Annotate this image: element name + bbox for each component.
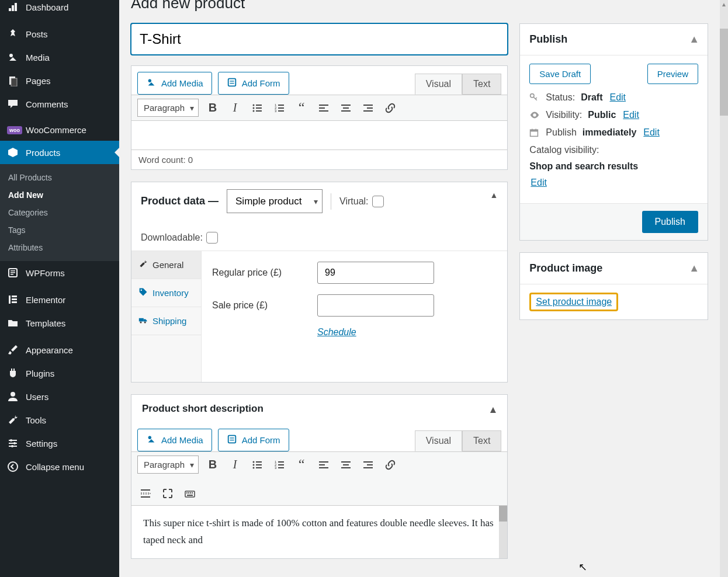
downloadable-label: Downloadable: bbox=[141, 232, 218, 244]
svg-rect-57 bbox=[256, 467, 262, 468]
sidebar-item-media[interactable]: Media bbox=[0, 46, 119, 69]
submenu-attributes[interactable]: Attributes bbox=[0, 239, 119, 256]
italic-button[interactable]: I bbox=[227, 100, 243, 116]
link-button[interactable] bbox=[382, 100, 398, 116]
svg-rect-74 bbox=[141, 493, 150, 494]
add-form-button[interactable]: Add Form bbox=[218, 72, 289, 95]
bold-button[interactable]: B bbox=[204, 100, 221, 116]
numbered-list-button[interactable]: 123 bbox=[271, 457, 287, 473]
submenu-categories[interactable]: Categories bbox=[0, 204, 119, 221]
svg-rect-49 bbox=[228, 436, 235, 443]
add-form-button-2[interactable]: Add Form bbox=[218, 429, 289, 451]
tag-icon bbox=[138, 287, 148, 298]
sale-price-input[interactable] bbox=[317, 294, 434, 317]
svg-rect-76 bbox=[185, 491, 195, 497]
product-type-select[interactable]: Simple product bbox=[227, 189, 323, 213]
virtual-label: Virtual: bbox=[339, 196, 384, 207]
svg-point-25 bbox=[253, 107, 255, 109]
sidebar-item-collapse[interactable]: Collapse menu bbox=[0, 455, 119, 478]
align-left-button[interactable] bbox=[316, 457, 332, 473]
sidebar-item-products[interactable]: Products bbox=[0, 141, 119, 164]
product-title-input[interactable] bbox=[131, 23, 508, 55]
sidebar-item-comments[interactable]: Comments bbox=[0, 92, 119, 116]
add-media-button-2[interactable]: Add Media bbox=[137, 429, 212, 451]
sidebar-item-dashboard[interactable]: Dashboard bbox=[0, 0, 119, 19]
editor-scrollbar[interactable] bbox=[499, 506, 507, 558]
align-right-button[interactable] bbox=[360, 457, 376, 473]
fullscreen-button[interactable] bbox=[160, 485, 176, 502]
svg-point-11 bbox=[11, 392, 15, 397]
edit-catalog-link[interactable]: Edit bbox=[531, 178, 698, 188]
page-scrollbar[interactable]: ▲ bbox=[720, 0, 728, 577]
tab-visual-2[interactable]: Visual bbox=[415, 430, 462, 451]
readmore-button[interactable] bbox=[137, 485, 154, 502]
tab-visual[interactable]: Visual bbox=[415, 74, 462, 95]
virtual-checkbox[interactable] bbox=[372, 196, 384, 207]
svg-point-82 bbox=[531, 94, 534, 98]
admin-sidebar: Dashboard Posts Media Pages Comments woo… bbox=[0, 0, 119, 577]
format-select-2[interactable]: Paragraph bbox=[137, 456, 199, 474]
sidebar-item-woocommerce[interactable]: woo WooCommerce bbox=[0, 119, 119, 141]
set-product-image-link[interactable]: Set product image bbox=[536, 297, 612, 307]
svg-rect-9 bbox=[12, 298, 17, 300]
svg-point-16 bbox=[13, 442, 16, 444]
main-editor-box: Add Media Add Form Visual Text Paragraph… bbox=[131, 65, 508, 170]
align-left-button[interactable] bbox=[316, 100, 332, 116]
pd-tab-general[interactable]: General bbox=[131, 251, 201, 279]
downloadable-checkbox[interactable] bbox=[206, 232, 218, 244]
sidebar-item-templates[interactable]: Templates bbox=[0, 311, 119, 335]
submenu-tags[interactable]: Tags bbox=[0, 221, 119, 239]
bullet-list-button[interactable] bbox=[249, 457, 265, 473]
sidebar-item-plugins[interactable]: Plugins bbox=[0, 362, 119, 385]
sidebar-item-elementor[interactable]: Elementor bbox=[0, 288, 119, 311]
edit-visibility-link[interactable]: Edit bbox=[623, 110, 639, 120]
tab-text[interactable]: Text bbox=[462, 74, 501, 95]
sidebar-item-tools[interactable]: Tools bbox=[0, 408, 119, 432]
set-product-image-highlight: Set product image bbox=[529, 293, 618, 311]
pd-tab-shipping[interactable]: Shipping bbox=[131, 307, 201, 335]
submenu-all-products[interactable]: All Products bbox=[0, 169, 119, 186]
sidebar-item-label: Collapse menu bbox=[26, 462, 84, 472]
format-select[interactable]: Paragraph bbox=[137, 99, 199, 117]
bold-button[interactable]: B bbox=[204, 457, 221, 473]
numbered-list-button[interactable]: 123 bbox=[271, 100, 287, 116]
sidebar-item-label: Comments bbox=[26, 99, 68, 109]
save-draft-button[interactable]: Save Draft bbox=[529, 64, 591, 84]
collapse-toggle-icon[interactable]: ▲ bbox=[490, 190, 498, 200]
tab-text-2[interactable]: Text bbox=[462, 430, 501, 451]
schedule-link[interactable]: Schedule bbox=[317, 327, 356, 338]
add-media-button[interactable]: Add Media bbox=[137, 72, 212, 95]
align-right-button[interactable] bbox=[360, 100, 376, 116]
bullet-list-button[interactable] bbox=[249, 100, 265, 116]
sidebar-item-appearance[interactable]: Appearance bbox=[0, 338, 119, 362]
edit-publish-date-link[interactable]: Edit bbox=[643, 127, 660, 138]
editor-content-area[interactable] bbox=[131, 120, 507, 150]
quote-button[interactable]: “ bbox=[293, 100, 310, 116]
edit-status-link[interactable]: Edit bbox=[609, 92, 626, 103]
sidebar-item-label: Tools bbox=[26, 415, 46, 425]
svg-rect-77 bbox=[186, 492, 188, 493]
sidebar-item-wpforms[interactable]: WPForms bbox=[0, 261, 119, 284]
word-count: Word count: 0 bbox=[131, 150, 507, 169]
submenu-add-new[interactable]: Add New bbox=[0, 186, 119, 204]
sidebar-item-pages[interactable]: Pages bbox=[0, 69, 119, 92]
align-center-button[interactable] bbox=[338, 100, 354, 116]
regular-price-input[interactable] bbox=[317, 262, 434, 284]
link-button[interactable] bbox=[382, 457, 398, 473]
comment-icon bbox=[7, 98, 20, 110]
sidebar-item-settings[interactable]: Settings bbox=[0, 432, 119, 455]
svg-rect-63 bbox=[278, 467, 284, 468]
short-desc-content[interactable]: This super nice t-shirt is made of 100% … bbox=[131, 505, 507, 558]
publish-button[interactable]: Publish bbox=[642, 211, 698, 233]
sidebar-item-posts[interactable]: Posts bbox=[0, 22, 119, 46]
keyboard-button[interactable] bbox=[182, 485, 198, 502]
italic-button[interactable]: I bbox=[227, 457, 243, 473]
quote-button[interactable]: “ bbox=[293, 457, 310, 473]
collapse-toggle-icon[interactable]: ▲ bbox=[689, 33, 699, 46]
collapse-toggle-icon[interactable]: ▲ bbox=[689, 262, 699, 274]
pd-tab-inventory[interactable]: Inventory bbox=[131, 279, 201, 307]
sidebar-item-users[interactable]: Users bbox=[0, 385, 119, 408]
preview-button[interactable]: Preview bbox=[647, 64, 698, 84]
align-center-button[interactable] bbox=[338, 457, 354, 473]
collapse-toggle-icon[interactable]: ▲ bbox=[488, 404, 498, 416]
